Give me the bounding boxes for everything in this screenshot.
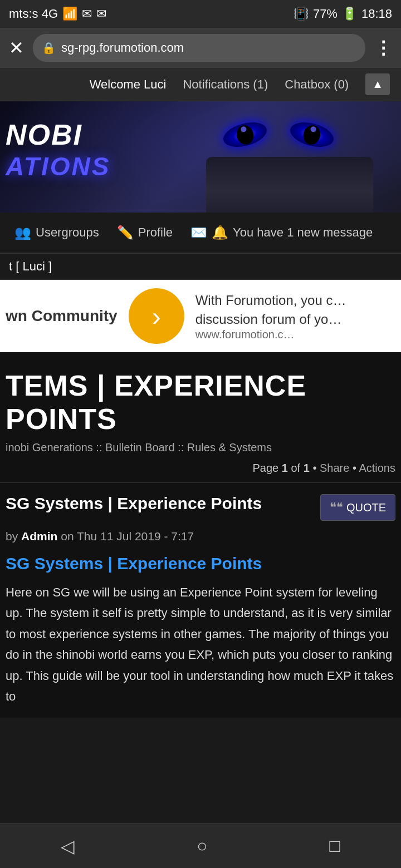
page-label: Page bbox=[253, 462, 279, 474]
page-meta: Page 1 of 1 • Share • Actions bbox=[6, 460, 395, 477]
post-area: SG Systems | Experience Points ❝❝ QUOTE … bbox=[0, 483, 401, 718]
ad-text-right: With Forumotion, you c… bbox=[195, 291, 346, 310]
logged-in-text: t [ Luci ] bbox=[9, 259, 52, 273]
page-number: 1 bbox=[282, 462, 288, 474]
page-title-section: TEMS | EXPERIENCE POINTS inobi Generatio… bbox=[0, 352, 401, 483]
signal-icon: 📶 bbox=[62, 7, 77, 21]
banner-title-bottom: ATIONS bbox=[6, 151, 110, 181]
vibrate-icon: 📳 bbox=[294, 7, 309, 21]
url-text: sg-rpg.forumotion.com bbox=[61, 41, 184, 55]
forum-nav: 👥 Usergroups ✏️ Profile ✉️ 🔔 You have 1 … bbox=[0, 213, 401, 254]
new-message-icon: 🔔 bbox=[212, 225, 228, 240]
browser-bar: ✕ 🔒 sg-rpg.forumotion.com ⋮ bbox=[0, 28, 401, 68]
breadcrumb: inobi Generations :: Bulletin Board :: R… bbox=[6, 441, 395, 454]
post-header: SG Systems | Experience Points ❝❝ QUOTE bbox=[6, 494, 395, 521]
banner-art bbox=[178, 101, 401, 213]
ad-banner[interactable]: wn Community › With Forumotion, you c… d… bbox=[0, 280, 401, 352]
eye-left-decoration bbox=[221, 118, 270, 151]
bottom-spacer bbox=[0, 718, 401, 762]
status-left: mts:s 4G 📶 ✉ ✉ bbox=[9, 7, 106, 21]
close-tab-button[interactable]: ✕ bbox=[9, 37, 24, 58]
post-date: Thu 11 Jul 2019 - 7:17 bbox=[77, 530, 194, 542]
ad-arrow-icon: › bbox=[152, 301, 161, 332]
usergroups-icon: 👥 bbox=[14, 225, 31, 240]
author-name: Admin bbox=[21, 530, 57, 542]
notifications-link[interactable]: Notifications (1) bbox=[183, 77, 268, 92]
scroll-top-button[interactable]: ▲ bbox=[365, 73, 390, 95]
status-bar: mts:s 4G 📶 ✉ ✉ 📳 77% 🔋 18:18 bbox=[0, 0, 401, 28]
status-right: 📳 77% 🔋 18:18 bbox=[294, 7, 392, 21]
post-title: SG Systems | Experience Points bbox=[6, 494, 262, 513]
message-label: You have 1 new message bbox=[233, 225, 373, 240]
message-icon: ✉️ bbox=[190, 225, 207, 240]
page-title: TEMS | EXPERIENCE POINTS bbox=[6, 369, 395, 436]
ad-arrow-button[interactable]: › bbox=[129, 288, 184, 344]
banner-title: NOBI ATIONS bbox=[6, 118, 110, 181]
breadcrumb-text: inobi Generations :: Bulletin Board :: R… bbox=[6, 441, 272, 453]
profile-link[interactable]: ✏️ Profile bbox=[108, 220, 182, 245]
lock-icon: 🔒 bbox=[42, 41, 56, 55]
top-nav: Welcome Luci Notifications (1) Chatbox (… bbox=[0, 68, 401, 101]
post-content-title: SG Systems | Experience Points bbox=[6, 554, 395, 573]
eye-right-decoration bbox=[287, 118, 336, 151]
browser-menu-button[interactable]: ⋮ bbox=[374, 37, 392, 58]
actions-link[interactable]: Actions bbox=[359, 462, 395, 474]
mail-icon2: ✉ bbox=[96, 7, 106, 21]
usergroups-label: Usergroups bbox=[36, 225, 99, 240]
page-dot: • bbox=[312, 462, 320, 474]
battery-text: 77% bbox=[313, 7, 338, 21]
chatbox-link[interactable]: Chatbox (0) bbox=[285, 77, 349, 92]
profile-label: Profile bbox=[138, 225, 173, 240]
post-author: by Admin on Thu 11 Jul 2019 - 7:17 bbox=[6, 530, 395, 543]
banner-title-top: NOBI bbox=[6, 118, 110, 151]
post-content-text: Here on SG we will be using an Experienc… bbox=[6, 582, 395, 707]
date-prefix: on bbox=[61, 530, 74, 542]
welcome-text: Welcome Luci bbox=[90, 77, 167, 92]
page-total: 1 bbox=[304, 462, 310, 474]
battery-icon: 🔋 bbox=[342, 7, 357, 21]
post-title-block: SG Systems | Experience Points bbox=[6, 494, 262, 517]
page-of-label: of bbox=[291, 462, 301, 474]
share-link[interactable]: Share bbox=[320, 462, 349, 474]
quote-button[interactable]: ❝❝ QUOTE bbox=[320, 494, 395, 521]
profile-icon: ✏️ bbox=[117, 225, 134, 240]
mail-icon: ✉ bbox=[82, 7, 92, 21]
quote-icon: ❝❝ bbox=[330, 500, 343, 515]
usergroups-link[interactable]: 👥 Usergroups bbox=[6, 220, 108, 245]
ad-text-left: wn Community bbox=[0, 307, 118, 325]
face-mask-decoration bbox=[206, 157, 373, 213]
ad-url: www.forumotion.c… bbox=[195, 328, 346, 341]
quote-label: QUOTE bbox=[346, 501, 386, 514]
carrier-text: mts:s 4G bbox=[9, 7, 58, 21]
ad-text-right2: discussion forum of yo… bbox=[195, 310, 346, 329]
url-bar[interactable]: 🔒 sg-rpg.forumotion.com bbox=[33, 34, 365, 62]
site-banner: NOBI ATIONS bbox=[0, 101, 401, 213]
author-prefix: by bbox=[6, 530, 18, 542]
time-text: 18:18 bbox=[361, 7, 392, 21]
ad-text-right-block: With Forumotion, you c… discussion forum… bbox=[195, 291, 346, 341]
logged-in-bar: t [ Luci ] bbox=[0, 254, 401, 280]
page-dot2: • bbox=[353, 462, 359, 474]
message-link[interactable]: ✉️ 🔔 You have 1 new message bbox=[182, 220, 382, 245]
